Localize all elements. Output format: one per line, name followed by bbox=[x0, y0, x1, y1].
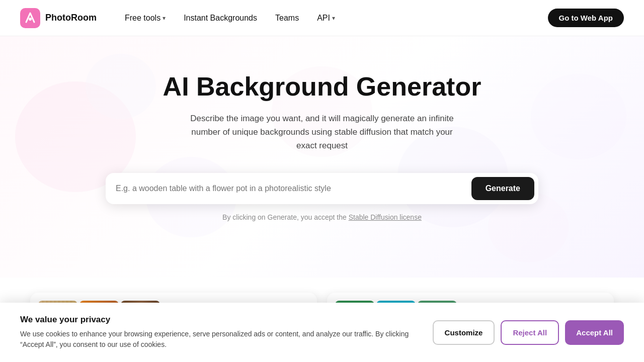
hero-section: AI Background Generator Describe the ima… bbox=[0, 36, 644, 278]
nav-free-tools[interactable]: Free tools ▾ bbox=[117, 10, 174, 27]
svg-point-1 bbox=[29, 18, 32, 21]
accept-all-button[interactable]: Accept All bbox=[565, 320, 624, 343]
license-notice: By clicking on Generate, you accept the … bbox=[20, 213, 624, 221]
nav-api[interactable]: API ▾ bbox=[309, 10, 343, 27]
navbar: PhotoRoom Free tools ▾ Instant Backgroun… bbox=[0, 0, 644, 36]
cookie-title: We value your privacy bbox=[20, 315, 413, 325]
chevron-down-icon: ▾ bbox=[163, 15, 166, 22]
nav-instant-backgrounds[interactable]: Instant Backgrounds bbox=[176, 10, 265, 27]
stable-diffusion-license-link[interactable]: Stable Diffusion license bbox=[349, 213, 422, 221]
customize-button[interactable]: Customize bbox=[433, 320, 495, 343]
nav-links: Free tools ▾ Instant Backgrounds Teams A… bbox=[117, 10, 548, 27]
chevron-down-icon: ▾ bbox=[332, 15, 335, 22]
hero-subtitle: Describe the image you want, and it will… bbox=[181, 112, 463, 153]
search-container: Generate bbox=[106, 173, 538, 204]
logo-icon bbox=[20, 8, 40, 28]
logo-link[interactable]: PhotoRoom bbox=[20, 8, 97, 28]
background-description-input[interactable] bbox=[116, 179, 471, 198]
cookie-buttons: Customize Reject All Accept All bbox=[433, 320, 624, 343]
go-to-web-app-button[interactable]: Go to Web App bbox=[548, 9, 624, 27]
reject-all-button[interactable]: Reject All bbox=[501, 320, 559, 343]
hero-title: AI Background Generator bbox=[20, 71, 624, 102]
cookie-banner: We value your privacy We use cookies to … bbox=[0, 303, 644, 343]
cookie-body: We use cookies to enhance your browsing … bbox=[20, 329, 413, 343]
cookie-text-area: We value your privacy We use cookies to … bbox=[20, 315, 413, 343]
generate-button[interactable]: Generate bbox=[471, 177, 534, 200]
logo-text: PhotoRoom bbox=[45, 13, 97, 23]
nav-teams[interactable]: Teams bbox=[267, 10, 307, 27]
